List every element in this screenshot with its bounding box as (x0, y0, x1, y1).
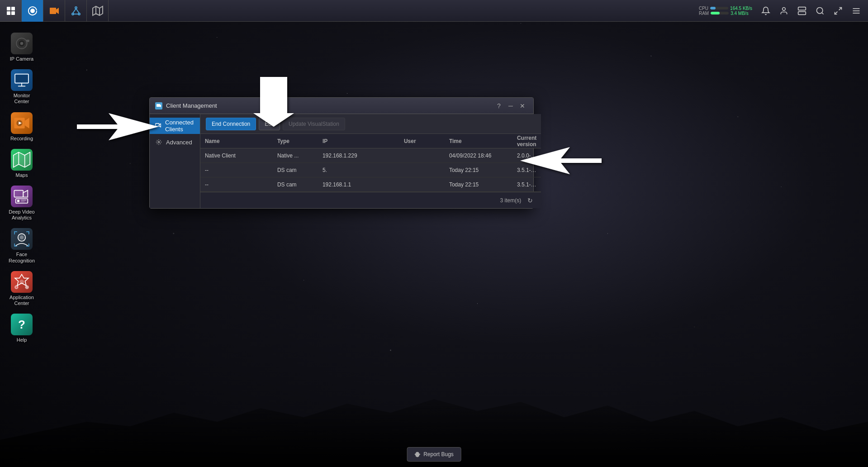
desktop-icon-application-center[interactable]: Application Center (4, 269, 40, 308)
svg-rect-3 (11, 11, 15, 15)
ip-camera-icon (11, 33, 33, 54)
svg-marker-63 (77, 113, 158, 140)
desktop-icon-help[interactable]: ? Help (4, 312, 40, 345)
deep-video-analytics-label: Deep Video Analytics (5, 209, 38, 221)
sidebar-item-connected-clients[interactable]: Connected Clients (150, 118, 200, 134)
row3-ip: 192.168.1.1 (318, 181, 399, 188)
row3-time: Today 22:15 (445, 181, 512, 188)
dialog-help-button[interactable]: ? (493, 100, 504, 111)
svg-marker-69 (159, 124, 161, 127)
taskbar-btn-network[interactable] (65, 0, 87, 22)
desktop-icon-maps[interactable]: Maps (4, 147, 40, 180)
table-header: Name Type IP User Time Current version (200, 134, 541, 148)
dialog-titlebar: Client Management ? ─ ✕ (150, 98, 533, 114)
row1-name: Native Client (200, 152, 273, 159)
cpu-bar-fill (710, 7, 716, 10)
report-bugs-label: Report Bugs (423, 451, 454, 457)
dialog-body: Connected Clients Advanced End Connectio… (150, 114, 533, 208)
report-bugs-button[interactable]: Report Bugs (407, 447, 461, 462)
sidebar-item-connected-clients-label: Connected Clients (165, 119, 194, 133)
connected-clients-icon (155, 122, 161, 129)
sidebar-item-advanced-label: Advanced (166, 139, 192, 146)
desktop: CPU 164.5 KB/s RAM 3.4 MB/s (0, 0, 868, 467)
application-center-icon (11, 271, 33, 293)
recording-icon (11, 112, 33, 134)
data-table: Name Type IP User Time Current version N… (200, 134, 541, 192)
svg-rect-18 (798, 11, 806, 14)
taskbar-user[interactable] (776, 3, 792, 19)
end-connection-button[interactable]: End Connection (206, 118, 256, 130)
update-visual-station-button[interactable]: Update VisualStation (283, 118, 345, 130)
table-row[interactable]: -- DS cam 192.168.1.1 Today 22:15 3.5.1-… (200, 177, 541, 192)
ram-bar (711, 12, 729, 14)
ip-camera-label: IP Camera (10, 56, 33, 62)
monitor-center-label: Monitor Center (5, 93, 38, 105)
svg-point-7 (75, 7, 77, 9)
row3-name: -- (200, 181, 273, 188)
taskbar-btn-camera[interactable] (22, 0, 43, 22)
svg-rect-2 (7, 11, 10, 15)
cpu-bar (710, 7, 728, 10)
row1-ip: 192.168.1.229 (318, 152, 399, 159)
row2-time: Today 22:15 (445, 167, 512, 173)
taskbar-search[interactable] (812, 3, 828, 19)
svg-rect-33 (16, 75, 28, 83)
dialog-title-text: Client Management (166, 102, 490, 109)
desktop-icon-deep-video-analytics[interactable]: Deep Video Analytics (4, 184, 40, 223)
svg-marker-13 (93, 6, 103, 15)
svg-point-21 (817, 7, 823, 13)
advanced-icon (155, 138, 162, 146)
svg-rect-52 (14, 232, 15, 235)
desktop-icon-monitor-center[interactable]: Monitor Center (4, 67, 40, 106)
table-row[interactable]: -- DS cam 5. Today 22:15 3.5.1-888 (200, 163, 541, 177)
svg-rect-17 (798, 7, 806, 10)
col-ip: IP (318, 138, 399, 144)
svg-line-22 (822, 12, 824, 14)
taskbar: CPU 164.5 KB/s RAM 3.4 MB/s (0, 0, 868, 22)
taskbar-fullscreen[interactable] (830, 3, 846, 19)
taskbar-btn-recording[interactable] (43, 0, 65, 22)
taskbar-storage[interactable] (794, 3, 810, 19)
svg-point-50 (20, 236, 24, 239)
dialog-minimize-button[interactable]: ─ (505, 100, 516, 111)
dialog-title-controls: ? ─ ✕ (493, 100, 528, 111)
row3-type: DS cam (273, 181, 318, 188)
svg-rect-0 (7, 7, 10, 10)
svg-rect-43 (14, 191, 23, 197)
svg-rect-46 (17, 200, 19, 202)
taskbar-left (0, 0, 109, 21)
cpu-ram-widget: CPU 164.5 KB/s RAM 3.4 MB/s (695, 6, 756, 16)
svg-marker-44 (23, 191, 28, 197)
svg-point-59 (19, 280, 24, 284)
svg-marker-67 (160, 105, 161, 107)
svg-marker-40 (14, 152, 30, 167)
item-count: 3 item(s) (500, 197, 522, 204)
refresh-button[interactable]: ↻ (525, 195, 536, 206)
svg-rect-5 (50, 8, 56, 14)
edit-button[interactable]: Edit (259, 118, 280, 130)
ram-value: 3.4 MB/s (730, 11, 748, 16)
cpu-label: CPU (699, 6, 708, 11)
cpu-value: 164.5 KB/s (730, 6, 752, 11)
application-center-label: Application Center (5, 295, 38, 306)
row2-type: DS cam (273, 167, 318, 173)
dialog-close-button[interactable]: ✕ (517, 100, 528, 111)
desktop-icon-recording[interactable]: Recording (4, 110, 40, 143)
row1-type: Native ... (273, 152, 318, 159)
svg-point-16 (783, 7, 786, 10)
desktop-icon-face-recognition[interactable]: Face Recognition (4, 226, 40, 265)
taskbar-btn-maps[interactable] (87, 0, 109, 22)
taskbar-logo[interactable] (0, 0, 22, 22)
table-row[interactable]: Native Client Native ... 192.168.1.229 0… (200, 148, 541, 163)
taskbar-notifications[interactable] (758, 3, 774, 19)
svg-rect-47 (21, 200, 26, 200)
svg-rect-35 (18, 86, 26, 87)
svg-point-4 (30, 9, 35, 13)
col-type: Type (273, 138, 318, 144)
taskbar-menu[interactable] (848, 3, 864, 19)
col-user: User (399, 138, 445, 144)
svg-rect-58 (26, 246, 29, 247)
dialog-content: End Connection Edit Update VisualStation… (200, 114, 541, 208)
sidebar-item-advanced[interactable]: Advanced (150, 134, 200, 150)
desktop-icon-ip-camera[interactable]: IP Camera (4, 31, 40, 64)
